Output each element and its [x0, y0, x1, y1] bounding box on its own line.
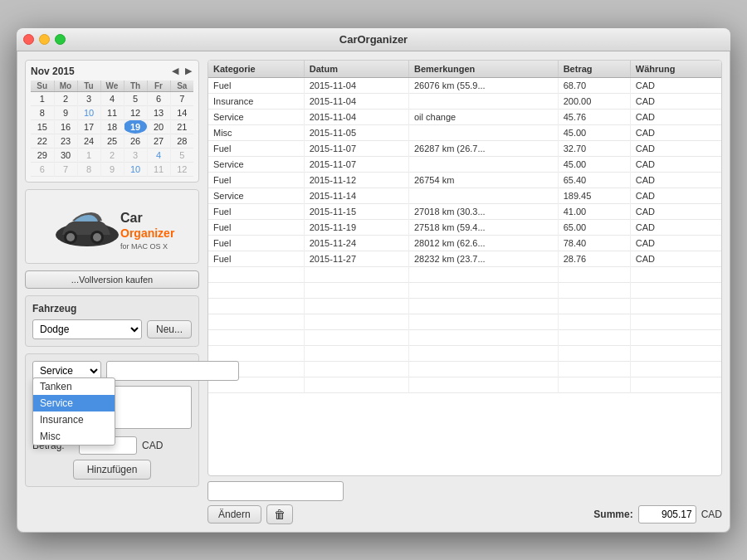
delete-button[interactable]: 🗑	[266, 504, 293, 524]
calendar-day[interactable]: 30	[54, 148, 77, 162]
table-cell-betrag: 45.00	[558, 156, 630, 172]
category-dropdown[interactable]: Tanken Service Insurance Misc	[32, 377, 115, 446]
calendar-day[interactable]: 13	[147, 105, 170, 119]
calendar-day[interactable]: 7	[170, 91, 193, 105]
summe-cad-label: CAD	[701, 509, 722, 520]
window-title: CarOrganizer	[339, 33, 408, 46]
dropdown-item-tanken[interactable]: Tanken	[33, 378, 115, 395]
date-input[interactable]	[106, 361, 239, 381]
minimize-button[interactable]	[39, 34, 50, 45]
calendar-day[interactable]: 7	[54, 162, 77, 176]
hinzufugen-button[interactable]: Hinzufügen	[73, 460, 152, 480]
data-table: KategorieDatumBemerkungenBetragWährung F…	[208, 60, 722, 476]
table-row[interactable]: Misc2015-11-0545.00CAD	[208, 124, 721, 140]
calendar-day[interactable]: 12	[124, 105, 147, 119]
table-cell-waehrung: CAD	[630, 124, 721, 140]
calendar-day[interactable]: 10	[77, 105, 100, 119]
calendar-day[interactable]: 25	[100, 134, 124, 148]
table-cell-bemerkungen: 28012 km (62.6...	[408, 235, 558, 251]
dropdown-item-insurance[interactable]: Insurance	[33, 411, 115, 428]
calendar-day[interactable]: 3	[77, 91, 100, 105]
table-cell-empty	[630, 361, 721, 377]
calendar-day[interactable]: 11	[100, 105, 124, 119]
calendar-day[interactable]: 15	[31, 119, 54, 134]
maximize-button[interactable]	[55, 34, 66, 45]
dropdown-item-misc[interactable]: Misc	[33, 428, 115, 445]
table-row[interactable]: Service2015-11-04oil change45.76CAD	[208, 109, 721, 124]
table-cell-empty	[408, 329, 558, 345]
calendar-day[interactable]: 3	[124, 148, 147, 162]
calendar-day[interactable]: 8	[77, 162, 100, 176]
table-row[interactable]: Fuel2015-11-1226754 km65.40CAD	[208, 172, 721, 187]
calendar-day[interactable]: 4	[147, 148, 170, 162]
calendar-day[interactable]: 9	[54, 105, 77, 119]
table-row[interactable]: Fuel2015-11-1527018 km (30.3...41.00CAD	[208, 203, 721, 219]
calendar-day[interactable]: 2	[54, 91, 77, 105]
vehicle-select[interactable]: Dodge	[32, 319, 142, 339]
table-cell-kategorie: Fuel	[208, 140, 304, 156]
close-button[interactable]	[23, 34, 34, 45]
table-cell-betrag: 45.76	[558, 109, 630, 124]
table-cell-empty	[208, 298, 304, 314]
calendar-day[interactable]: 2	[100, 148, 124, 162]
calendar-day[interactable]: 12	[170, 162, 193, 176]
calendar-day[interactable]: 22	[31, 134, 54, 148]
table-row[interactable]: Fuel2015-11-0426076 km (55.9...68.70CAD	[208, 77, 721, 93]
table-row[interactable]: Fuel2015-11-1927518 km (59.4...65.00CAD	[208, 219, 721, 235]
calendar-day[interactable]: 24	[77, 134, 100, 148]
calendar-day[interactable]: 11	[147, 162, 170, 176]
calendar-day[interactable]: 6	[147, 91, 170, 105]
summe-input[interactable]	[638, 505, 696, 523]
bottom-notes-input[interactable]	[208, 481, 344, 501]
table-cell-empty	[630, 298, 721, 314]
calendar-day[interactable]: 18	[100, 119, 124, 134]
calendar-next[interactable]: ▶	[183, 66, 193, 76]
calendar-day[interactable]: 8	[31, 105, 54, 119]
table-row[interactable]: Insurance2015-11-04200.00CAD	[208, 93, 721, 109]
calendar-day[interactable]: 29	[31, 148, 54, 162]
calendar-day[interactable]: 21	[170, 119, 193, 134]
table-row[interactable]: Fuel2015-11-0726287 km (26.7...32.70CAD	[208, 140, 721, 156]
buy-button[interactable]: ...Vollversion kaufen	[25, 270, 199, 289]
table-body: Fuel2015-11-0426076 km (55.9...68.70CADI…	[208, 77, 721, 392]
calendar-day[interactable]: 23	[54, 134, 77, 148]
table-cell-kategorie: Service	[208, 156, 304, 172]
calendar-prev[interactable]: ◀	[170, 66, 180, 76]
calendar-day[interactable]: 19	[124, 119, 147, 134]
calendar-day[interactable]: 28	[170, 134, 193, 148]
calendar-day[interactable]: 5	[170, 148, 193, 162]
calendar-day[interactable]: 16	[54, 119, 77, 134]
calendar-day[interactable]: 6	[31, 162, 54, 176]
calendar-day[interactable]: 14	[170, 105, 193, 119]
table-row[interactable]: Service2015-11-14189.45CAD	[208, 187, 721, 203]
calendar-day[interactable]: 17	[77, 119, 100, 134]
titlebar: CarOrganizer	[17, 28, 730, 51]
calendar-day[interactable]: 20	[147, 119, 170, 134]
calendar-day[interactable]: 1	[31, 91, 54, 105]
neu-button[interactable]: Neu...	[147, 320, 192, 338]
table-cell-kategorie: Fuel	[208, 77, 304, 93]
table-cell-betrag: 68.70	[558, 77, 630, 93]
andern-button[interactable]: Ändern	[208, 505, 261, 523]
action-bar: Ändern 🗑 Summe: CAD	[208, 504, 722, 524]
calendar-day[interactable]: 5	[124, 91, 147, 105]
table-row[interactable]: Fuel2015-11-2728232 km (23.7...28.76CAD	[208, 251, 721, 266]
calendar-day[interactable]: 4	[100, 91, 124, 105]
table-cell-datum: 2015-11-07	[304, 156, 408, 172]
table-cell-datum: 2015-11-07	[304, 140, 408, 156]
table-cell-empty	[630, 329, 721, 345]
calendar-month: Nov 2015	[31, 66, 75, 77]
table-cell-empty	[304, 329, 408, 345]
calendar-day[interactable]: 27	[147, 134, 170, 148]
cal-day-header: Sa	[170, 80, 193, 92]
calendar-day[interactable]: 26	[124, 134, 147, 148]
dropdown-item-service[interactable]: Service	[33, 395, 115, 411]
table-row-empty	[208, 361, 721, 377]
calendar-day[interactable]: 1	[77, 148, 100, 162]
table-row[interactable]: Service2015-11-0745.00CAD	[208, 156, 721, 172]
table-cell-empty	[304, 345, 408, 361]
calendar-day[interactable]: 10	[124, 162, 147, 176]
calendar-day[interactable]: 9	[100, 162, 124, 176]
table-row[interactable]: Fuel2015-11-2428012 km (62.6...78.40CAD	[208, 235, 721, 251]
table-cell-empty	[208, 345, 304, 361]
